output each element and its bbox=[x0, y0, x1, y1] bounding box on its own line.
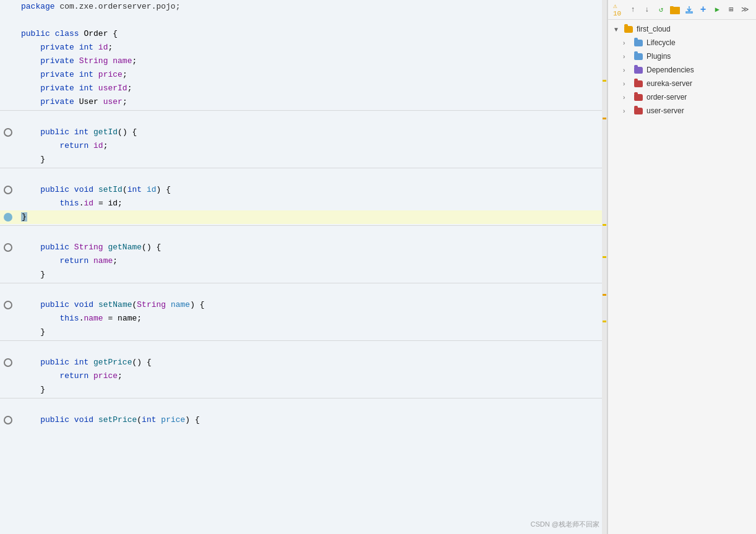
line-content: } bbox=[19, 383, 607, 397]
chevron-right-icon: › bbox=[623, 80, 633, 87]
code-line: } bbox=[0, 383, 607, 397]
tree-item-dependencies[interactable]: › Dependencies bbox=[608, 63, 756, 77]
gutter bbox=[0, 14, 19, 27]
scroll-mark-warning4 bbox=[603, 256, 606, 258]
warning-button[interactable]: ⚠ 10 bbox=[613, 3, 625, 17]
tree-label-user-server: user-server bbox=[646, 106, 751, 115]
line-content: this.name = name; bbox=[19, 312, 607, 325]
line-content: return price; bbox=[19, 369, 607, 383]
code-line: return price; bbox=[0, 369, 607, 383]
code-line: private int id; bbox=[0, 41, 607, 54]
gutter bbox=[0, 254, 19, 268]
separator bbox=[0, 398, 607, 398]
code-line: } bbox=[0, 325, 607, 339]
gutter bbox=[0, 241, 19, 254]
separator bbox=[0, 283, 607, 283]
chevron-right-icon: › bbox=[623, 67, 633, 74]
gutter bbox=[0, 170, 19, 183]
gutter bbox=[0, 342, 19, 356]
gutter bbox=[0, 227, 19, 241]
line-content: private int price; bbox=[19, 68, 607, 82]
code-editor[interactable]: package com.zxe.orderserver.pojo; public… bbox=[0, 0, 608, 534]
code-line: this.id = id; bbox=[0, 197, 607, 210]
gutter bbox=[0, 27, 19, 41]
line-content: public void setName(String name) { bbox=[19, 298, 607, 312]
method-gutter-icon bbox=[4, 301, 12, 309]
toolbar: ⚠ 10 ↑ ↓ ↺ + ▶ ⊞ ≫ bbox=[608, 0, 756, 20]
gutter bbox=[0, 183, 19, 197]
method-gutter-icon bbox=[4, 128, 12, 137]
code-line: private String name; bbox=[0, 54, 607, 68]
chevron-right-icon: › bbox=[623, 108, 633, 114]
download-button[interactable] bbox=[684, 3, 695, 17]
editor-scrollbar[interactable] bbox=[602, 0, 607, 534]
separator bbox=[0, 340, 607, 341]
code-line: private int price; bbox=[0, 68, 607, 82]
gutter bbox=[0, 82, 19, 95]
code-line bbox=[0, 400, 607, 413]
chevron-down-icon: ▼ bbox=[613, 26, 623, 33]
line-content bbox=[19, 285, 607, 298]
line-content: public int getPrice() { bbox=[19, 356, 607, 369]
tree-item-user-server[interactable]: › user-server bbox=[608, 104, 756, 118]
folder-blue-icon bbox=[633, 51, 644, 61]
run-button[interactable]: ▶ bbox=[711, 3, 723, 17]
line-content bbox=[19, 342, 607, 356]
tree-item-root[interactable]: ▼ first_cloud bbox=[608, 22, 756, 36]
line-content bbox=[19, 170, 607, 183]
more-button[interactable]: ≫ bbox=[739, 3, 751, 17]
gutter bbox=[0, 139, 19, 153]
line-content: package com.zxe.orderserver.pojo; bbox=[19, 0, 607, 14]
gutter bbox=[0, 112, 19, 126]
gutter bbox=[0, 325, 19, 339]
tree-label-dependencies: Dependencies bbox=[646, 66, 751, 74]
tree-item-eureka-server[interactable]: › eureka-server bbox=[608, 77, 756, 90]
folder-blue-icon bbox=[633, 38, 644, 48]
code-line: } bbox=[0, 153, 607, 166]
line-content bbox=[19, 14, 607, 27]
line-content bbox=[19, 227, 607, 241]
line-content: } bbox=[19, 268, 607, 282]
line-content: private String name; bbox=[19, 54, 607, 68]
gutter bbox=[0, 400, 19, 413]
method-gutter-icon bbox=[4, 243, 12, 252]
scroll-down-button[interactable]: ↓ bbox=[641, 3, 653, 17]
gutter bbox=[0, 54, 19, 68]
scroll-up-button[interactable]: ↑ bbox=[627, 3, 639, 17]
gutter bbox=[0, 369, 19, 383]
separator bbox=[0, 110, 607, 111]
tree-item-order-server[interactable]: › order-server bbox=[608, 90, 756, 104]
method-gutter-icon bbox=[4, 416, 12, 424]
tree-item-plugins[interactable]: › Plugins bbox=[608, 50, 756, 63]
download-icon bbox=[685, 6, 694, 14]
folder-purple-icon bbox=[633, 65, 644, 75]
folder-red-icon bbox=[633, 92, 644, 102]
add-button[interactable]: + bbox=[697, 3, 709, 17]
line-content: public int getId() { bbox=[19, 126, 607, 139]
tree-label-order-server: order-server bbox=[646, 93, 751, 101]
code-line: public void setPrice(int price) { bbox=[0, 413, 607, 427]
refresh-button[interactable]: ↺ bbox=[655, 3, 667, 17]
tree-label-plugins: Plugins bbox=[646, 52, 751, 61]
gutter bbox=[0, 197, 19, 210]
layout-button[interactable]: ⊞ bbox=[726, 3, 737, 17]
folder-red-icon bbox=[633, 106, 644, 116]
code-line bbox=[0, 170, 607, 183]
code-line bbox=[0, 227, 607, 241]
method-gutter-icon bbox=[4, 213, 12, 222]
folder-button[interactable] bbox=[669, 3, 681, 17]
gutter bbox=[0, 356, 19, 369]
code-container: package com.zxe.orderserver.pojo; public… bbox=[0, 0, 607, 534]
separator bbox=[0, 225, 607, 226]
line-content: } bbox=[19, 325, 607, 339]
gutter bbox=[0, 285, 19, 298]
tree-label-eureka-server: eureka-server bbox=[646, 79, 751, 88]
code-line: public int getId() { bbox=[0, 126, 607, 139]
folder-icon bbox=[670, 6, 680, 14]
tree-item-lifecycle[interactable]: › Lifecycle bbox=[608, 36, 756, 50]
line-content: private int id; bbox=[19, 41, 607, 54]
code-line bbox=[0, 14, 607, 27]
gutter bbox=[0, 0, 19, 14]
gutter bbox=[0, 68, 19, 82]
line-content: this.id = id; bbox=[19, 197, 607, 210]
